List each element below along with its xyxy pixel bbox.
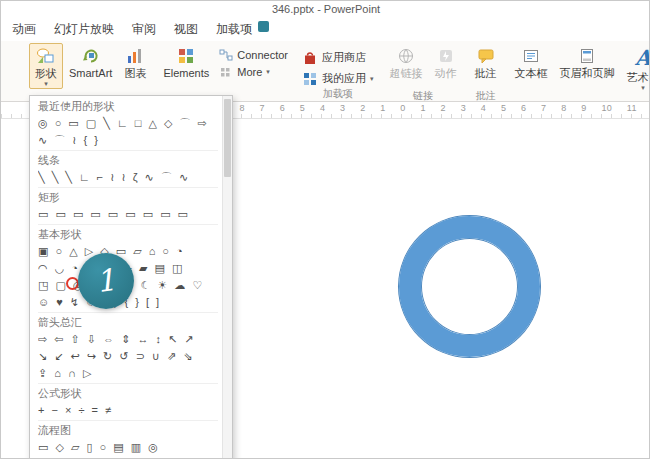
section-flowchart: 流程图 ▭ ◇ ▱ ▯ ○ ▤ ▥ ◎ ▭ ○ ▱ ◇ ⊗ ⊕ ▽ △ ◁ ▷ [38, 420, 218, 459]
group-text: 文本框 页眉和页脚 A 艺术字 ▾ [507, 42, 650, 101]
smartart-button-label: SmartArt [69, 67, 112, 79]
wordart-icon: A [635, 47, 650, 69]
section-label: 箭头总汇 [38, 314, 218, 331]
shape-row[interactable]: ▭ ▭ ▭ ▭ ▭ ▭ ▭ ▭ ▭ [38, 206, 218, 223]
section-lines: 线条 ╲ ╲ ╲ ∟ ⌐ ≀ ≀ ζ ∿ ⌒ ∿ [38, 150, 218, 186]
comment-button-label: 批注 [475, 67, 497, 79]
shape-row[interactable]: ◎ ○ ▭ ▢ ╲ ∟ □ △ ◇ ⌒ ⇨ [38, 115, 218, 132]
title-bar: 346.pptx - PowerPoint [1, 1, 650, 17]
elements-button-label: Elements [163, 67, 209, 79]
hyperlink-button[interactable]: 超链接 [384, 43, 429, 89]
hyperlink-globe-icon [397, 47, 415, 65]
tab-animation[interactable]: 动画 [3, 17, 45, 42]
shape-row[interactable]: + − × ÷ = ≠ [38, 402, 218, 419]
ribbon-tab-bar: 动画 幻灯片放映 审阅 视图 加载项 [1, 17, 650, 41]
textbox-icon [522, 47, 540, 65]
chevron-down-icon: ▾ [641, 85, 645, 91]
action-icon [437, 47, 455, 65]
header-footer-button-label: 页眉和页脚 [560, 67, 615, 79]
section-recent-shapes: 最近使用的形状 ◎ ○ ▭ ▢ ╲ ∟ □ △ ◇ ⌒ ⇨ ∿ ⌒ ≀ { } [38, 98, 218, 149]
ribbon: 形状 ▾ SmartArt 图表 [1, 41, 650, 102]
smartart-button[interactable]: SmartArt [63, 43, 118, 89]
section-block-arrows: 箭头总汇 ⇨ ⇦ ⇧ ⇩ ⇔ ⇕ ↔ ↕ ↖ ↗ ↘ ↙ ↩ ↪ ↻ ↺ ⊃ ∪… [38, 312, 218, 382]
shape-row[interactable]: ▭ ◇ ▱ ▯ ○ ▤ ▥ ◎ [38, 439, 218, 456]
chart-button[interactable]: 图表 [118, 43, 152, 89]
scrollbar-thumb[interactable] [224, 99, 231, 177]
chart-button-label: 图表 [124, 67, 146, 79]
section-equation-shapes: 公式形状 + − × ÷ = ≠ [38, 383, 218, 419]
shape-row[interactable]: ╲ ╲ ╲ ∟ ⌐ ≀ ≀ ζ ∿ ⌒ ∿ [38, 169, 218, 186]
group-label-addins: 加载项 [298, 87, 378, 101]
chevron-down-icon: ▾ [44, 81, 48, 87]
group-illustrations: 形状 ▾ SmartArt 图表 [27, 42, 294, 101]
chevron-down-icon: ▾ [266, 69, 270, 75]
group-label-links: 链接 [384, 89, 463, 102]
step-1-badge: 1 [78, 253, 134, 309]
my-apps-icon [302, 71, 318, 86]
app-store-button-label: 应用商店 [322, 50, 366, 65]
action-button-label: 动作 [435, 67, 457, 79]
section-label: 公式形状 [38, 385, 218, 402]
tab-addins[interactable]: 加载项 [207, 17, 261, 42]
my-apps-button-label: 我的应用 [322, 71, 366, 86]
hyperlink-button-label: 超链接 [390, 67, 423, 79]
annotation-square [258, 21, 269, 32]
header-footer-icon [578, 47, 596, 65]
connector-button-label: Connector [237, 49, 288, 61]
step-1-badge-label: 1 [94, 265, 117, 297]
section-label: 线条 [38, 152, 218, 169]
section-label: 基本形状 [38, 226, 218, 243]
more-icon [219, 66, 233, 78]
app-store-icon [302, 50, 318, 65]
textbox-button-label: 文本框 [515, 67, 548, 79]
app-store-button[interactable]: 应用商店 [298, 49, 370, 66]
section-label: 流程图 [38, 422, 218, 439]
textbox-button[interactable]: 文本框 [509, 43, 554, 89]
group-links: 超链接 动作 链接 [382, 42, 465, 101]
elements-icon [177, 47, 195, 65]
elements-button[interactable]: Elements [157, 43, 215, 89]
shapes-icon [36, 47, 56, 65]
group-comments: 批注 批注 [467, 42, 505, 101]
wordart-button-label: 艺术字 [627, 71, 650, 83]
tab-slideshow[interactable]: 幻灯片放映 [45, 17, 123, 42]
powerpoint-window: 346.pptx - PowerPoint 动画 幻灯片放映 审阅 视图 加载项… [0, 0, 650, 459]
section-label: 矩形 [38, 189, 218, 206]
more-button-label: More [237, 66, 262, 78]
shapes-button[interactable]: 形状 ▾ [29, 43, 63, 89]
comment-button[interactable]: 批注 [469, 43, 503, 89]
action-button[interactable]: 动作 [429, 43, 463, 89]
group-addins: 应用商店 我的应用 ▾ 加载项 [296, 42, 380, 101]
shapes-button-label: 形状 [35, 67, 57, 79]
wordart-button[interactable]: A 艺术字 ▾ [621, 43, 650, 89]
shape-row[interactable]: ⇪ ⌂ ∩ ▷ [38, 365, 218, 382]
chevron-down-icon: ▾ [370, 76, 374, 82]
more-button[interactable]: More ▾ [215, 65, 292, 79]
section-rectangles: 矩形 ▭ ▭ ▭ ▭ ▭ ▭ ▭ ▭ ▭ [38, 187, 218, 223]
header-footer-button[interactable]: 页眉和页脚 [554, 43, 621, 89]
section-label: 最近使用的形状 [38, 98, 218, 115]
shape-row[interactable]: ↘ ↙ ↩ ↪ ↻ ↺ ⊃ ∪ ⇗ ⇘ [38, 348, 218, 365]
my-apps-button[interactable]: 我的应用 ▾ [298, 70, 378, 87]
chart-icon [126, 47, 144, 65]
shape-row[interactable]: ∿ ⌒ ≀ { } [38, 132, 218, 149]
smartart-icon [82, 47, 100, 65]
tab-view[interactable]: 视图 [165, 17, 207, 42]
shape-row[interactable]: ▣ ○ △ ▷ ◇ ▭ ▱ ⌂ ○ ◔ [38, 243, 218, 260]
tab-review[interactable]: 审阅 [123, 17, 165, 42]
connector-icon [219, 49, 233, 61]
group-label-comments: 批注 [469, 89, 503, 102]
comment-icon [477, 47, 495, 65]
connector-button[interactable]: Connector [215, 48, 292, 62]
shape-row[interactable]: ⇨ ⇦ ⇧ ⇩ ⇔ ⇕ ↔ ↕ ↖ ↗ [38, 331, 218, 348]
window-title: 346.pptx - PowerPoint [1, 1, 650, 17]
donut-shape[interactable] [399, 216, 540, 357]
panel-scrollbar[interactable] [222, 96, 232, 459]
